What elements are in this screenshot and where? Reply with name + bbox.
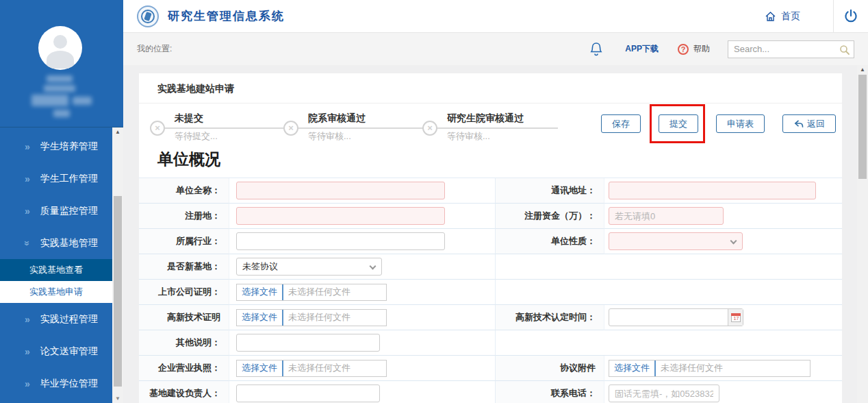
step-status-icon: × bbox=[422, 121, 437, 136]
chevron-right-icon: » bbox=[25, 346, 30, 357]
field-label-license: 企业营业执照： bbox=[139, 356, 229, 381]
sidebar-subitem-practice-base-view[interactable]: 实践基地查看 bbox=[0, 259, 112, 281]
field-label-hitech-proof: 高新技术证明 bbox=[139, 305, 229, 330]
redacted-user-info bbox=[31, 95, 68, 106]
question-icon: ? bbox=[678, 44, 689, 55]
calendar-icon bbox=[731, 313, 741, 322]
step-subtitle: 等待审核... bbox=[308, 130, 351, 143]
field-label-unit-nature: 单位性质： bbox=[495, 229, 604, 254]
chevron-down-icon bbox=[730, 238, 737, 245]
file-status-text: 未选择任何文件 bbox=[283, 311, 350, 323]
calendar-button[interactable] bbox=[728, 309, 743, 326]
scroll-up-icon[interactable]: ▲ bbox=[112, 129, 123, 135]
main-panel: 实践基地建站申请 × × × 未提交 等待提交... 院系审核通过 等待审核..… bbox=[139, 73, 842, 403]
sidebar-item-quality-monitor[interactable]: » 质量监控管理 bbox=[0, 195, 112, 227]
hitech-proof-file-input[interactable]: 选择文件 未选择任何文件 bbox=[236, 309, 387, 326]
sidebar-item-label: 学生工作管理 bbox=[40, 173, 98, 185]
app-title: 研究生管理信息系统 bbox=[168, 8, 285, 24]
back-label: 返回 bbox=[807, 118, 825, 130]
avatar[interactable] bbox=[38, 26, 82, 70]
choose-file-button[interactable]: 选择文件 bbox=[237, 362, 282, 374]
logout-button[interactable] bbox=[834, 0, 868, 33]
chevron-down-icon bbox=[370, 263, 376, 270]
sidebar-menu: » 学生培养管理 » 学生工作管理 » 质量监控管理 » 实践基地管理 实践基地… bbox=[0, 128, 112, 400]
choose-file-button[interactable]: 选择文件 bbox=[609, 362, 654, 374]
reg-capital-input[interactable] bbox=[609, 207, 724, 225]
license-file-input[interactable]: 选择文件 未选择任何文件 bbox=[236, 360, 387, 377]
page-title: 实践基地建站申请 bbox=[139, 73, 842, 103]
submit-button[interactable]: 提交 bbox=[659, 114, 698, 133]
bell-icon bbox=[589, 42, 603, 56]
file-status-text: 未选择任何文件 bbox=[283, 362, 350, 374]
field-label-listed-proof: 上市公司证明： bbox=[139, 280, 229, 305]
sidebar-item-student-work[interactable]: » 学生工作管理 bbox=[0, 162, 112, 195]
redacted-username bbox=[47, 75, 73, 82]
university-logo-icon bbox=[137, 5, 159, 27]
unit-nature-select[interactable] bbox=[609, 232, 743, 250]
sidebar-subitem-label: 实践基地查看 bbox=[29, 265, 83, 275]
chevron-right-icon: » bbox=[25, 314, 30, 325]
home-link[interactable]: 首页 bbox=[765, 10, 800, 23]
address-input[interactable] bbox=[609, 182, 816, 199]
sidebar-item-practice-base[interactable]: » 实践基地管理 bbox=[0, 227, 112, 259]
page-scrollbar[interactable]: ▲ bbox=[857, 65, 868, 403]
choose-file-button[interactable]: 选择文件 bbox=[237, 311, 282, 323]
sidebar-item-thesis-review[interactable]: » 论文送审管理 bbox=[0, 335, 112, 367]
sidebar-item-practice-process[interactable]: » 实践过程管理 bbox=[0, 303, 112, 335]
save-button[interactable]: 保存 bbox=[601, 114, 641, 133]
notifications-button[interactable] bbox=[589, 42, 603, 56]
file-status-text: 未选择任何文件 bbox=[656, 362, 723, 374]
help-label: 帮助 bbox=[693, 43, 710, 55]
back-button[interactable]: 返回 bbox=[782, 114, 836, 133]
phone-input[interactable] bbox=[609, 384, 719, 402]
step-subtitle: 等待提交... bbox=[175, 130, 218, 143]
chevron-right-icon: » bbox=[25, 378, 30, 389]
redacted-user-info bbox=[73, 97, 92, 105]
section-title: 单位概况 bbox=[157, 149, 220, 170]
agreement-file-input[interactable]: 选择文件 未选择任何文件 bbox=[609, 360, 810, 377]
application-form-button[interactable]: 申请表 bbox=[716, 114, 765, 133]
sidebar-item-label: 实践基地管理 bbox=[40, 237, 98, 249]
help-link[interactable]: ? 帮助 bbox=[678, 43, 710, 55]
industry-input[interactable] bbox=[236, 232, 445, 250]
listed-proof-file-input[interactable]: 选择文件 未选择任何文件 bbox=[236, 284, 387, 301]
redacted-user-info bbox=[44, 85, 75, 92]
page-scrollbar-thumb[interactable] bbox=[858, 75, 867, 179]
app-download-link[interactable]: APP下载 bbox=[625, 43, 659, 55]
sidebar-item-label: 论文送审管理 bbox=[40, 345, 98, 358]
chevron-right-icon: » bbox=[25, 206, 30, 217]
search-input[interactable] bbox=[728, 41, 854, 58]
file-status-text: 未选择任何文件 bbox=[283, 286, 350, 298]
sidebar-item-student-training[interactable]: » 学生培养管理 bbox=[0, 130, 112, 162]
sidebar-item-label: 质量监控管理 bbox=[40, 205, 98, 217]
new-base-select[interactable]: 未签协议 bbox=[236, 258, 382, 276]
sidebar-scrollbar[interactable]: ▲ ▼ bbox=[112, 127, 123, 403]
other-note-input[interactable] bbox=[236, 334, 380, 352]
sidebar-profile bbox=[0, 0, 123, 127]
reg-place-input[interactable] bbox=[236, 207, 445, 225]
scroll-down-icon[interactable]: ▼ bbox=[112, 395, 123, 402]
step-status-icon: × bbox=[150, 121, 165, 136]
chevron-right-icon: » bbox=[25, 141, 30, 152]
power-icon bbox=[843, 9, 858, 24]
base-leader-input[interactable] bbox=[236, 384, 380, 402]
step-title: 未提交 bbox=[175, 112, 203, 125]
hitech-time-date-input[interactable] bbox=[609, 308, 743, 326]
sidebar-scrollbar-thumb[interactable] bbox=[114, 196, 122, 387]
breadcrumb: 我的位置: bbox=[137, 43, 172, 55]
field-label-new-base: 是否新基地： bbox=[139, 254, 229, 280]
sidebar-subitem-practice-base-apply[interactable]: 实践基地申请 bbox=[0, 281, 112, 303]
field-label-phone: 联系电话： bbox=[495, 381, 604, 403]
search-icon[interactable] bbox=[839, 45, 850, 56]
field-label-reg-capital: 注册资金（万）： bbox=[495, 204, 604, 229]
scroll-up-icon[interactable]: ▲ bbox=[857, 66, 868, 73]
choose-file-button[interactable]: 选择文件 bbox=[237, 286, 282, 298]
unit-name-input[interactable] bbox=[236, 182, 445, 199]
sidebar-item-label: 学生培养管理 bbox=[40, 141, 98, 153]
sidebar-item-graduation-degree[interactable]: » 毕业学位管理 bbox=[0, 367, 112, 400]
step-title: 院系审核通过 bbox=[308, 112, 366, 125]
field-label-agreement: 协议附件 bbox=[495, 356, 604, 381]
action-buttons: 保存 提交 申请表 返回 bbox=[601, 114, 836, 133]
field-label-other-note: 其他说明： bbox=[139, 330, 229, 356]
sidebar-subitem-label: 实践基地申请 bbox=[29, 286, 83, 297]
